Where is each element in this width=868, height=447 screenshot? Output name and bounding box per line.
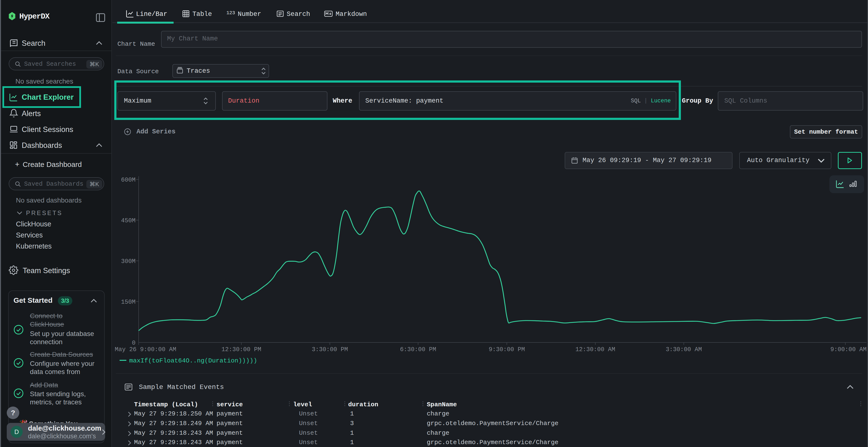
- svg-text:600M: 600M: [121, 176, 135, 183]
- svg-text:12:30:00 PM: 12:30:00 PM: [221, 346, 261, 353]
- svg-text:3:30:00 AM: 3:30:00 AM: [666, 346, 702, 353]
- svg-text:6:30:00 PM: 6:30:00 PM: [400, 346, 436, 353]
- svg-text:9:30:00 PM: 9:30:00 PM: [489, 346, 525, 353]
- svg-text:300M: 300M: [121, 258, 135, 265]
- svg-text:0: 0: [132, 340, 135, 347]
- svg-text:3:30:00 PM: 3:30:00 PM: [312, 346, 348, 353]
- svg-text:9:00:00 AM: 9:00:00 AM: [830, 346, 867, 353]
- svg-text:450M: 450M: [121, 217, 135, 224]
- svg-text:12:30:00 AM: 12:30:00 AM: [575, 346, 615, 353]
- svg-text:150M: 150M: [121, 299, 135, 306]
- svg-text:maxIf(toFloat64O..ng(Duration): maxIf(toFloat64O..ng(Duration))))): [129, 357, 257, 365]
- svg-text:May 26 9:00:00 AM: May 26 9:00:00 AM: [115, 346, 176, 353]
